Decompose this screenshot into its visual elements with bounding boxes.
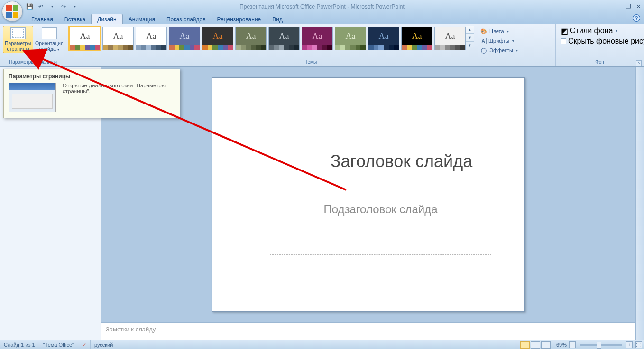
theme-thumb-11[interactable]: Aa	[434, 27, 466, 50]
theme-color-stripe	[103, 45, 133, 50]
zoom-out-button[interactable]: −	[569, 341, 576, 348]
status-language[interactable]: русский	[91, 340, 117, 349]
theme-sample-text: Aa	[269, 27, 299, 45]
orientation-icon	[42, 27, 57, 39]
group-label-background: Фон ↘	[559, 59, 641, 66]
document-name: Презентация Microsoft Office PowerPoint	[239, 3, 346, 10]
undo-icon[interactable]: ↶	[37, 3, 45, 10]
theme-thumb-7[interactable]: Aa	[302, 27, 333, 50]
app-name: Microsoft PowerPoint	[350, 3, 404, 10]
theme-fonts-button[interactable]: A Шрифты▾	[478, 37, 520, 45]
theme-sample-text: Aa	[136, 27, 166, 45]
notes-pane[interactable]: Заметки к слайду	[101, 322, 635, 340]
zoom-fit-button[interactable]: ⛶	[635, 341, 642, 348]
tab-home[interactable]: Главная	[26, 14, 59, 24]
office-button[interactable]	[2, 1, 23, 22]
theme-sample-text: Aa	[169, 27, 200, 45]
status-spellcheck[interactable]: ✓	[78, 340, 91, 349]
slide-canvas[interactable]	[212, 77, 525, 312]
slide-canvas-wrap	[101, 67, 635, 322]
group-themes: AaAaAaAaAaAaAaAaAaAaAaAa ▲ ▼ ▾ 🎨 Цвета▾ …	[66, 24, 556, 66]
theme-thumb-8[interactable]: Aa	[335, 27, 366, 50]
theme-colors-button[interactable]: 🎨 Цвета▾	[478, 27, 520, 36]
redo-icon[interactable]: ↷	[60, 3, 67, 10]
tab-design[interactable]: Дизайн	[91, 14, 122, 24]
theme-sample-text: Aa	[402, 27, 432, 45]
fonts-icon: A	[480, 38, 487, 44]
zoom-percent[interactable]: 69%	[554, 340, 569, 349]
chevron-down-icon: ▾	[507, 29, 509, 34]
theme-color-stripe	[70, 45, 100, 50]
themes-scroll-up-icon[interactable]: ▲	[466, 26, 474, 34]
orientation-label: Ориентация слайда ▾	[35, 40, 64, 53]
tooltip-page-setup: Параметры страницы Открытие диалогового …	[3, 69, 180, 118]
qat-customize-icon[interactable]: ▾	[71, 3, 79, 10]
view-slideshow-button[interactable]	[541, 341, 551, 349]
group-background: ◩ Стили фона▾ Скрыть фоновые рисунки Фон…	[556, 24, 644, 66]
theme-thumb-1[interactable]: Aa	[102, 27, 134, 50]
theme-sample-text: Aa	[368, 27, 399, 45]
tab-animation[interactable]: Анимация	[123, 14, 161, 24]
help-icon[interactable]: ?	[633, 14, 640, 22]
tab-insert[interactable]: Вставка	[59, 14, 92, 24]
zoom-in-button[interactable]: +	[626, 341, 633, 348]
theme-thumb-3[interactable]: Aa	[169, 27, 200, 50]
themes-expand-icon[interactable]: ▾	[466, 42, 474, 49]
restore-button[interactable]: ❐	[626, 3, 631, 10]
view-sorter-button[interactable]	[531, 341, 540, 349]
undo-dropdown-icon[interactable]: ▾	[48, 3, 56, 10]
window-controls: — ❐ ✕	[615, 3, 641, 10]
vertical-scrollbar[interactable]	[635, 67, 644, 340]
themes-gallery: AaAaAaAaAaAaAaAaAaAaAaAa	[69, 26, 466, 50]
theme-thumb-0[interactable]: Aa	[69, 27, 101, 50]
theme-color-stripe	[236, 45, 266, 50]
window-title: Презентация Microsoft Office PowerPoint …	[239, 3, 405, 10]
orientation-button[interactable]: Ориентация слайда ▾	[33, 26, 65, 54]
ribbon: Параметры страницы Ориентация слайда ▾ П…	[0, 24, 644, 67]
group-label-page-setup: Параметры страницы	[3, 59, 63, 66]
theme-thumb-5[interactable]: Aa	[235, 27, 267, 50]
theme-sample-text: Aa	[70, 27, 100, 45]
themes-scroll-down-icon[interactable]: ▼	[466, 34, 474, 41]
theme-effects-button[interactable]: ◯ Эффекты▾	[478, 46, 520, 55]
spellcheck-icon: ✓	[82, 342, 86, 348]
theme-thumb-6[interactable]: Aa	[268, 27, 300, 50]
status-theme-name: "Тема Office"	[39, 340, 78, 349]
theme-thumb-4[interactable]: Aa	[202, 27, 233, 50]
theme-sample-text: Aa	[103, 27, 133, 45]
theme-thumb-2[interactable]: Aa	[136, 27, 167, 50]
theme-color-stripe	[368, 45, 399, 50]
close-button[interactable]: ✕	[636, 3, 641, 10]
title-placeholder[interactable]: Заголовок слайда	[270, 138, 533, 185]
view-normal-button[interactable]	[520, 341, 530, 349]
theme-sample-text: Aa	[435, 27, 465, 45]
group-label-themes: Темы	[69, 59, 552, 66]
tab-view[interactable]: Вид	[267, 14, 288, 24]
group-page-setup: Параметры страницы Ориентация слайда ▾ П…	[0, 24, 66, 66]
theme-thumb-9[interactable]: Aa	[368, 27, 399, 50]
zoom-slider[interactable]	[580, 344, 622, 346]
tab-slideshow[interactable]: Показ слайдов	[161, 14, 212, 24]
chevron-down-icon: ▾	[616, 29, 617, 33]
save-icon[interactable]: 💾	[26, 3, 33, 10]
theme-color-stripe	[136, 45, 166, 50]
theme-color-stripe	[335, 45, 366, 50]
theme-thumb-10[interactable]: Aa	[401, 27, 432, 50]
theme-color-stripe	[202, 45, 233, 50]
dialog-launcher-icon[interactable]: ↘	[636, 60, 642, 66]
theme-color-stripe	[169, 45, 200, 50]
tooltip-title: Параметры страницы	[9, 73, 175, 80]
subtitle-placeholder[interactable]: Подзаголовок слайда	[270, 197, 491, 255]
effects-icon: ◯	[480, 47, 488, 54]
page-setup-label: Параметры страницы	[5, 40, 31, 52]
hide-background-checkbox[interactable]: Скрыть фоновые рисунки	[559, 36, 644, 47]
theme-color-stripe	[402, 45, 432, 50]
theme-sample-text: Aa	[202, 27, 233, 45]
minimize-button[interactable]: —	[615, 3, 621, 10]
theme-color-stripe	[302, 45, 332, 50]
page-setup-button[interactable]: Параметры страницы	[3, 26, 33, 53]
background-styles-button[interactable]: ◩ Стили фона▾	[559, 26, 619, 36]
tab-review[interactable]: Рецензирование	[212, 14, 267, 24]
quick-access-toolbar: 💾 ↶ ▾ ↷ ▾	[26, 3, 79, 10]
page-setup-icon	[10, 27, 26, 39]
